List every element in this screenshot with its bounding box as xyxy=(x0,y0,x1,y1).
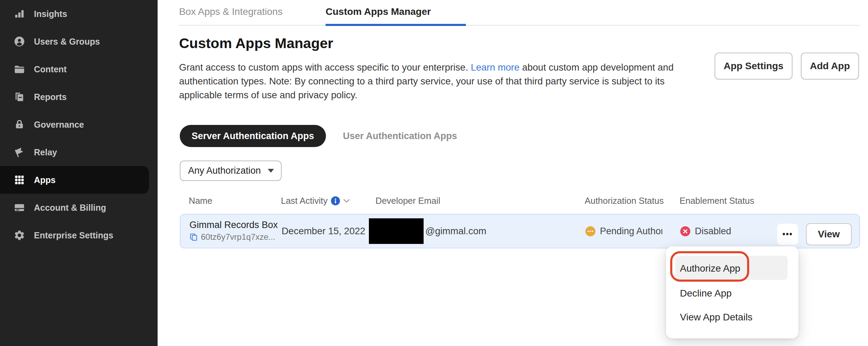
email-domain: @gimmal.com xyxy=(425,226,486,237)
copy-icon[interactable] xyxy=(189,233,198,241)
developer-email-cell: @gimmal.com xyxy=(369,215,486,248)
page-title: Custom Apps Manager xyxy=(179,35,333,52)
sidebar-item-relay[interactable]: Relay xyxy=(0,138,158,166)
dropdown-value: Any Authorization xyxy=(188,165,261,176)
tab-custom-apps-manager[interactable]: Custom Apps Manager xyxy=(326,6,431,17)
column-header-authorization-status: Authorization Status xyxy=(585,196,664,206)
sidebar-item-content[interactable]: Content xyxy=(0,55,158,83)
description-text: Grant access to custom apps with access … xyxy=(179,62,471,73)
sidebar-item-label: Account & Billing xyxy=(34,203,106,213)
add-app-button[interactable]: Add App xyxy=(801,53,859,80)
column-header-enablement-status: Enablement Status xyxy=(680,196,754,206)
page-description: Grant access to custom apps with access … xyxy=(179,61,684,102)
reports-icon xyxy=(13,91,26,103)
sidebar-item-reports[interactable]: Reports xyxy=(0,83,158,111)
credit-card-icon xyxy=(13,201,26,214)
app-id: 60tz6y7vrp1q7xze... xyxy=(201,232,275,242)
sidebar-item-label: Relay xyxy=(34,147,57,157)
menu-item-authorize-app[interactable]: Authorize App xyxy=(680,263,740,274)
authorization-filter-dropdown[interactable]: Any Authorization xyxy=(180,161,282,181)
sidebar-item-label: Apps xyxy=(34,175,56,185)
users-icon xyxy=(13,35,26,48)
sidebar-item-label: Insights xyxy=(34,9,67,19)
sidebar-item-label: Users & Groups xyxy=(34,37,100,47)
flag-icon xyxy=(13,146,26,158)
menu-item-decline-app[interactable]: Decline App xyxy=(680,288,732,299)
sort-chevron-down-icon[interactable] xyxy=(343,199,350,203)
sidebar-item-users-groups[interactable]: Users & Groups xyxy=(0,28,158,55)
last-activity-cell: December 15, 2022 xyxy=(282,215,365,248)
sidebar-item-label: Content xyxy=(34,64,67,74)
sidebar-item-label: Governance xyxy=(34,120,84,130)
tab-server-authentication-apps[interactable]: Server Authentication Apps xyxy=(180,125,326,147)
chevron-down-icon xyxy=(268,169,274,173)
box-admin-console: Insights Users & Groups Content Reports xyxy=(0,0,868,346)
authorization-status-cell: Pending Authorization xyxy=(585,215,662,248)
tab-user-authentication-apps[interactable]: User Authentication Apps xyxy=(343,125,457,147)
table-row: Gimmal Records Box 60tz6y7vrp1q7xze... D… xyxy=(180,214,860,248)
bar-chart-icon xyxy=(13,8,26,20)
app-name: Gimmal Records Box xyxy=(189,220,278,230)
app-settings-button[interactable]: App Settings xyxy=(715,53,792,80)
info-icon[interactable] xyxy=(331,196,340,206)
gear-icon xyxy=(13,229,26,242)
sidebar-item-account-billing[interactable]: Account & Billing xyxy=(0,194,158,221)
sidebar-item-label: Reports xyxy=(34,92,67,102)
sidebar: Insights Users & Groups Content Reports xyxy=(0,0,158,346)
row-actions-context-menu: Authorize App Decline App View App Detai… xyxy=(666,246,798,338)
sidebar-item-governance[interactable]: Governance xyxy=(0,111,158,138)
row-more-actions-button[interactable]: ••• xyxy=(777,223,799,245)
column-header-label: Last Activity xyxy=(281,196,328,206)
disabled-icon xyxy=(680,226,690,236)
active-tab-underline xyxy=(326,24,466,26)
sidebar-item-insights[interactable]: Insights xyxy=(0,0,158,28)
status-text: Disabled xyxy=(695,226,731,237)
lock-icon xyxy=(13,118,26,131)
column-header-last-activity: Last Activity xyxy=(281,196,350,206)
tab-box-apps-integrations[interactable]: Box Apps & Integrations xyxy=(179,6,283,17)
tabbar-divider xyxy=(179,25,860,26)
sidebar-item-label: Enterprise Settings xyxy=(34,230,113,240)
learn-more-link[interactable]: Learn more xyxy=(471,62,520,73)
grid-icon xyxy=(13,174,26,186)
enablement-status-cell: Disabled xyxy=(680,215,731,248)
column-header-developer-email: Developer Email xyxy=(375,196,440,206)
column-header-name: Name xyxy=(189,196,212,206)
row-view-button[interactable]: View xyxy=(806,223,852,245)
status-text: Pending Authorization xyxy=(600,226,662,237)
pending-icon xyxy=(585,226,595,236)
menu-item-view-app-details[interactable]: View App Details xyxy=(680,312,753,323)
folder-icon xyxy=(13,63,26,75)
redacted-email-block xyxy=(369,218,424,244)
app-name-cell: Gimmal Records Box 60tz6y7vrp1q7xze... xyxy=(189,220,278,242)
sidebar-item-enterprise-settings[interactable]: Enterprise Settings xyxy=(0,221,158,249)
sidebar-item-apps[interactable]: Apps xyxy=(0,166,149,194)
